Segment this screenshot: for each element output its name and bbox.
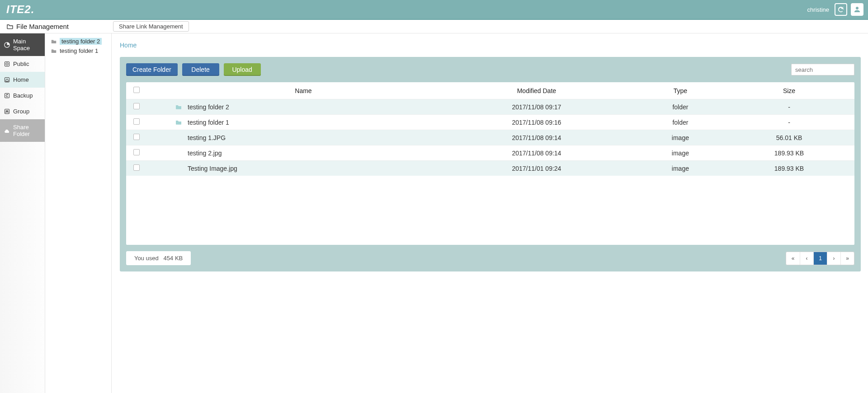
row-checkbox[interactable] — [133, 164, 140, 171]
tree-item-label: testing folder 1 — [60, 47, 98, 54]
toolbar: Create Folder Delete Upload — [126, 63, 854, 76]
file-management-title: File Management — [6, 23, 107, 30]
table-row[interactable]: testing 1.JPG2017/11/08 09:14image56.01 … — [126, 130, 854, 145]
row-modified: 2017/11/08 09:14 — [436, 130, 637, 145]
col-name[interactable]: Name — [147, 82, 436, 99]
row-checkbox[interactable] — [133, 149, 140, 155]
tree-item[interactable]: testing folder 2 — [49, 37, 108, 46]
sidebar-item-label: Home — [13, 76, 29, 83]
file-table: Name Modified Date Type Size testing fol… — [126, 82, 854, 245]
row-modified: 2017/11/01 09:24 — [436, 161, 637, 176]
file-icon — [174, 150, 183, 157]
table-row[interactable]: testing 2.jpg2017/11/08 09:14image189.93… — [126, 145, 854, 161]
refresh-icon[interactable] — [835, 3, 847, 16]
row-name-text: testing folder 1 — [188, 119, 229, 126]
user-icon[interactable] — [851, 3, 863, 16]
sidebar-item-label: Public — [13, 61, 29, 67]
row-modified: 2017/11/08 09:17 — [436, 99, 637, 115]
select-all-checkbox[interactable] — [133, 87, 140, 93]
pager-prev[interactable]: ‹ — [800, 252, 813, 265]
row-type: folder — [637, 115, 724, 130]
table-header-row: Name Modified Date Type Size — [126, 82, 854, 99]
search-input[interactable] — [791, 64, 854, 75]
body: Main Space Public Home Backup Group Shar… — [0, 33, 868, 393]
row-type: image — [637, 161, 724, 176]
folder-tree: testing folder 2 testing folder 1 — [45, 33, 112, 393]
pager-first[interactable]: « — [786, 252, 800, 265]
row-size: - — [724, 115, 854, 130]
col-modified[interactable]: Modified Date — [436, 82, 637, 99]
row-modified: 2017/11/08 09:16 — [436, 115, 637, 130]
create-folder-button[interactable]: Create Folder — [126, 63, 178, 76]
sidebar-item-label: Backup — [13, 92, 33, 99]
sidebar-item-label: Group — [13, 108, 29, 115]
svg-point-1 — [6, 63, 8, 65]
file-icon — [174, 165, 183, 172]
file-icon — [174, 134, 183, 141]
sidebar-item-public[interactable]: Public — [0, 56, 45, 72]
row-checkbox[interactable] — [133, 118, 140, 125]
folder-icon — [174, 119, 183, 126]
tab-share-link-management[interactable]: Share Link Management — [113, 21, 189, 32]
svg-rect-0 — [5, 62, 9, 66]
table-row[interactable]: testing folder 12017/11/08 09:16folder- — [126, 115, 854, 130]
col-size[interactable]: Size — [724, 82, 854, 99]
col-type[interactable]: Type — [637, 82, 724, 99]
pager: « ‹ 1 › » — [786, 252, 854, 265]
sidebar-item-main-space[interactable]: Main Space — [0, 33, 45, 56]
panel-footer: You used 454 KB « ‹ 1 › » — [126, 251, 854, 265]
row-name-text: testing 2.jpg — [188, 150, 222, 157]
breadcrumb-home[interactable]: Home — [120, 42, 137, 49]
sidebar: Main Space Public Home Backup Group Shar… — [0, 33, 45, 393]
row-checkbox[interactable] — [133, 134, 140, 140]
usage-prefix: You used — [134, 255, 159, 262]
username-label: christine — [807, 6, 829, 13]
row-name-text: testing 1.JPG — [188, 134, 226, 141]
toolbar-left: Create Folder Delete Upload — [126, 63, 261, 76]
upload-button[interactable]: Upload — [224, 63, 261, 76]
svg-rect-3 — [5, 94, 9, 98]
row-size: 56.01 KB — [724, 130, 854, 145]
sidebar-item-backup[interactable]: Backup — [0, 88, 45, 103]
pager-current[interactable]: 1 — [813, 252, 827, 265]
row-type: folder — [637, 99, 724, 115]
folder-icon — [174, 103, 183, 111]
row-modified: 2017/11/08 09:14 — [436, 145, 637, 161]
row-type: image — [637, 145, 724, 161]
pager-next[interactable]: › — [827, 252, 840, 265]
row-size: - — [724, 99, 854, 115]
file-management-label: File Management — [16, 23, 69, 30]
row-type: image — [637, 130, 724, 145]
secondbar: File Management Share Link Management — [0, 20, 868, 33]
brand-logo: ITE2. — [6, 3, 34, 16]
sidebar-item-label: Share Folder — [13, 124, 41, 137]
pager-last[interactable]: » — [840, 252, 854, 265]
usage-value: 454 KB — [164, 255, 183, 262]
table-row[interactable]: Testing Image.jpg2017/11/01 09:24image18… — [126, 161, 854, 176]
main-content: Home Create Folder Delete Upload Name — [112, 33, 868, 393]
topbar: ITE2. christine — [0, 0, 868, 19]
delete-button[interactable]: Delete — [182, 63, 219, 76]
row-name-text: Testing Image.jpg — [188, 165, 237, 172]
row-name-text: testing folder 2 — [188, 103, 229, 111]
row-checkbox[interactable] — [133, 103, 140, 109]
row-size: 189.93 KB — [724, 161, 854, 176]
usage-box: You used 454 KB — [126, 251, 191, 265]
sidebar-item-share-folder[interactable]: Share Folder — [0, 119, 45, 142]
panel: Create Folder Delete Upload Name Modifie… — [120, 57, 861, 271]
svg-point-6 — [7, 111, 9, 112]
topbar-right: christine — [807, 3, 863, 16]
tree-item[interactable]: testing folder 1 — [49, 47, 108, 55]
sidebar-item-label: Main Space — [13, 38, 41, 51]
table-row[interactable]: testing folder 22017/11/08 09:17folder- — [126, 99, 854, 115]
sidebar-item-home[interactable]: Home — [0, 72, 45, 88]
row-size: 189.93 KB — [724, 145, 854, 161]
tree-item-label: testing folder 2 — [60, 38, 102, 45]
sidebar-item-group[interactable]: Group — [0, 103, 45, 119]
